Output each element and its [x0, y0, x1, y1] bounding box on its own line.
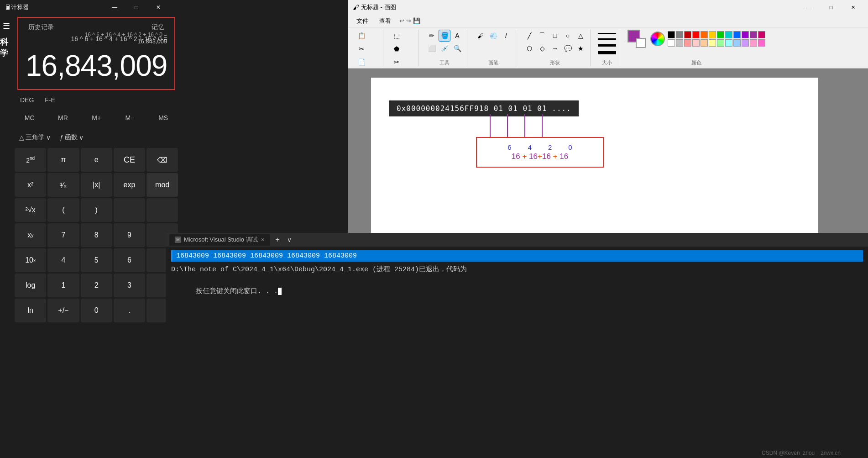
color-lightyellow[interactable]	[709, 39, 716, 47]
btn-mod[interactable]: mod	[146, 173, 178, 197]
mc-btn[interactable]: MC	[13, 108, 46, 128]
terminal-tab[interactable]: M Microsoft Visual Studio 调试 ✕	[169, 234, 270, 246]
curve-btn[interactable]: ⌒	[536, 30, 548, 42]
btn-ln[interactable]: ln	[15, 299, 46, 322]
btn-xy[interactable]: xy	[15, 223, 46, 247]
btn-3[interactable]: 3	[114, 274, 145, 297]
color-lightred[interactable]	[684, 39, 691, 47]
btn-2nd[interactable]: 2nd	[15, 148, 46, 172]
paint-canvas[interactable]: 0x000000024156FF918 01 01 01 01 .... 6 4…	[348, 68, 868, 233]
paint-undo-btn[interactable]: ↩	[399, 17, 404, 24]
mr-btn[interactable]: MR	[46, 108, 79, 128]
btn-exp[interactable]: exp	[114, 173, 145, 197]
brush-btn[interactable]: 🖌	[475, 30, 486, 42]
canvas-drawing-area[interactable]: 0x000000024156FF918 01 01 01 01 .... 6 4…	[371, 78, 818, 233]
airbrush-btn[interactable]: 💨	[487, 30, 499, 42]
terminal-tab-close-btn[interactable]: ✕	[261, 237, 265, 243]
size-2[interactable]	[598, 38, 616, 40]
line-btn[interactable]: ╱	[523, 30, 535, 42]
paint-close-btn[interactable]: ✕	[842, 0, 863, 15]
polygon-btn[interactable]: ⬡	[523, 42, 535, 54]
btn-2[interactable]: 2	[81, 274, 112, 297]
color-peach[interactable]	[701, 39, 708, 47]
color-darkred[interactable]	[684, 31, 691, 38]
paint-redo-btn[interactable]: ↪	[406, 17, 411, 24]
diamond-btn[interactable]: ◇	[536, 42, 548, 54]
btn-pi[interactable]: π	[47, 148, 79, 172]
paste-btn[interactable]: 📋	[356, 30, 367, 42]
size-1[interactable]	[598, 33, 616, 34]
memory-btn[interactable]: 记忆	[152, 23, 164, 32]
calc-close-btn[interactable]: ✕	[148, 0, 169, 15]
ms-btn[interactable]: MS	[146, 108, 180, 128]
color-pink[interactable]	[758, 31, 765, 38]
color-purple[interactable]	[742, 31, 749, 38]
select-free-btn[interactable]: ⬟	[391, 43, 403, 55]
history-btn[interactable]: 历史记录	[28, 23, 54, 32]
func-btn[interactable]: ƒ 函数 ∨	[57, 132, 86, 143]
color-white[interactable]	[668, 39, 675, 47]
color-hotpink[interactable]	[758, 39, 765, 47]
btn-backspace[interactable]: ⌫	[146, 148, 178, 172]
btn-5[interactable]: 5	[81, 248, 112, 272]
color-lightgreen[interactable]	[717, 39, 724, 47]
star-btn[interactable]: ★	[575, 42, 586, 54]
paint-menu-file[interactable]: 文件	[352, 15, 373, 27]
size-4[interactable]	[598, 51, 616, 54]
arrow-btn[interactable]: →	[549, 42, 561, 54]
btn-lparen[interactable]: (	[47, 198, 79, 222]
color-black[interactable]	[668, 31, 675, 38]
paint-maximize-btn[interactable]: □	[821, 0, 842, 15]
btn-empty2[interactable]	[146, 198, 178, 222]
btn-empty1[interactable]	[114, 198, 145, 222]
text-btn[interactable]: A	[451, 30, 463, 42]
color-lightblue[interactable]	[733, 39, 741, 47]
mplus-btn[interactable]: M+	[80, 108, 113, 128]
color-picker-btn[interactable]	[650, 32, 665, 46]
btn-8[interactable]: 8	[81, 223, 112, 247]
deg-mode[interactable]: DEG	[16, 95, 37, 105]
paint-save-btn[interactable]: 💾	[413, 17, 420, 24]
btn-sqrt[interactable]: ²√x	[15, 198, 46, 222]
eraser-btn[interactable]: ⬜	[426, 42, 438, 54]
color-pinklight[interactable]	[692, 39, 700, 47]
paint-menu-view[interactable]: 查看	[375, 15, 396, 27]
crop-btn[interactable]: ✂	[391, 56, 403, 68]
btn-abs[interactable]: |x|	[81, 173, 112, 197]
terminal-dropdown-btn[interactable]: ∨	[287, 236, 292, 243]
zoom-btn[interactable]: 🔍	[451, 42, 463, 54]
sidebar-menu-icon[interactable]: ☰	[0, 18, 13, 34]
color-teal[interactable]	[725, 31, 732, 38]
calc-maximize-btn[interactable]: □	[126, 0, 147, 15]
ellipse-btn[interactable]: ○	[562, 30, 574, 42]
color-orange[interactable]	[701, 31, 708, 38]
terminal-content[interactable]: 16843009 16843009 16843009 16843009 1684…	[166, 247, 868, 458]
color-gray[interactable]	[676, 31, 683, 38]
rect-btn[interactable]: □	[549, 30, 561, 42]
btn-x2[interactable]: x²	[15, 173, 46, 197]
paint-bucket-btn[interactable]: 🪣	[439, 30, 450, 42]
btn-9[interactable]: 9	[114, 223, 145, 247]
paint-minimize-btn[interactable]: —	[799, 0, 820, 15]
btn-rparen[interactable]: )	[81, 198, 112, 222]
btn-recip[interactable]: ¹⁄ₓ	[47, 173, 79, 197]
btn-10x[interactable]: 10x	[15, 248, 46, 272]
btn-0[interactable]: 0	[81, 299, 112, 322]
color-violet[interactable]	[750, 31, 757, 38]
fe-mode[interactable]: F-E	[41, 95, 59, 105]
btn-ce[interactable]: CE	[114, 148, 145, 172]
mminus-btn[interactable]: M−	[113, 108, 146, 128]
color-green[interactable]	[717, 31, 724, 38]
terminal-tab-add-btn[interactable]: +	[274, 236, 282, 244]
color-silver[interactable]	[676, 39, 683, 47]
btn-plusminus[interactable]: +/−	[47, 299, 79, 322]
btn-log[interactable]: log	[15, 274, 46, 297]
btn-e[interactable]: e	[81, 148, 112, 172]
btn-6[interactable]: 6	[114, 248, 145, 272]
color-red[interactable]	[692, 31, 700, 38]
calc-minimize-btn[interactable]: —	[104, 0, 125, 15]
trig-btn[interactable]: △ 三角学 ∨	[16, 132, 53, 143]
calligraphy-btn[interactable]: /	[500, 30, 512, 42]
btn-7[interactable]: 7	[47, 223, 79, 247]
btn-4[interactable]: 4	[47, 248, 79, 272]
